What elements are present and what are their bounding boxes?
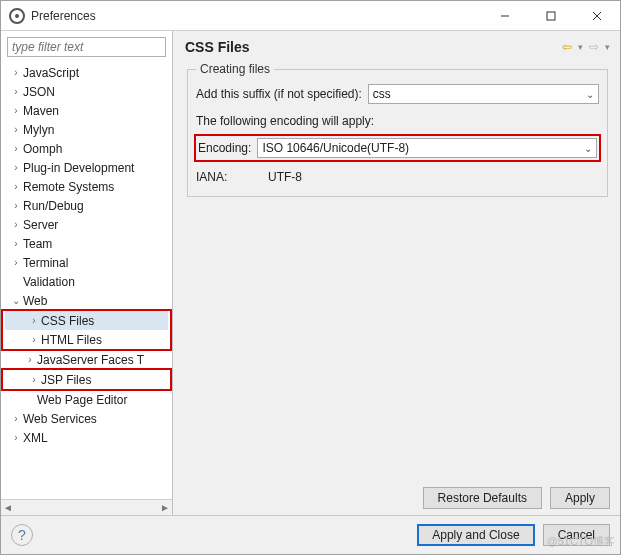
tree-item[interactable]: ›Web Services [1,409,172,428]
tree-item-label: Server [23,218,58,232]
chevron-right-icon: › [27,315,41,326]
chevron-down-icon[interactable]: ▾ [578,42,583,52]
tree-item[interactable]: ›JavaScript [1,63,172,82]
chevron-right-icon: › [9,86,23,97]
apply-button[interactable]: Apply [550,487,610,509]
help-button[interactable]: ? [11,524,33,546]
sidebar: ›JavaScript›JSON›Maven›Mylyn›Oomph›Plug-… [1,31,173,515]
chevron-right-icon: › [9,238,23,249]
tree-item[interactable]: ›Remote Systems [1,177,172,196]
chevron-right-icon: › [23,354,37,365]
nav-back-icon[interactable]: ⇦ [562,40,572,54]
nav-forward-icon[interactable]: ⇨ [589,40,599,54]
chevron-right-icon: › [9,413,23,424]
window-title: Preferences [31,9,482,23]
close-button[interactable] [574,1,620,30]
tree-item-label: JSON [23,85,55,99]
restore-defaults-button[interactable]: Restore Defaults [423,487,542,509]
watermark: @51CTO博客 [547,534,615,549]
encoding-highlight: Encoding: ISO 10646/Unicode(UTF-8) ⌄ [194,134,601,162]
tree-item-label: Validation [23,275,75,289]
tree-item[interactable]: ›XML [1,428,172,447]
tree-item-label: Plug-in Development [23,161,134,175]
tree-item[interactable]: ›Oomph [1,139,172,158]
tree-item-label: XML [23,431,48,445]
tree-highlight: ›CSS Files›HTML Files [1,309,172,351]
suffix-value: css [373,87,391,101]
encoding-select[interactable]: ISO 10646/Unicode(UTF-8) ⌄ [257,138,597,158]
apply-and-close-button[interactable]: Apply and Close [417,524,534,546]
chevron-right-icon: › [9,124,23,135]
content-pane: CSS Files ⇦▾ ⇨▾ Creating files Add this … [173,31,620,515]
chevron-right-icon: › [9,432,23,443]
minimize-button[interactable] [482,1,528,30]
filter-box [7,37,166,57]
suffix-label: Add this suffix (if not specified): [196,87,362,101]
tree-item-label: Team [23,237,52,251]
tree-item-label: Web Services [23,412,97,426]
chevron-right-icon: › [9,162,23,173]
tree-item[interactable]: ⌄Web [1,291,172,310]
tree-item-label: Remote Systems [23,180,114,194]
tree-item[interactable]: ›JSON [1,82,172,101]
chevron-down-icon: ⌄ [9,295,23,306]
chevron-right-icon: › [27,374,41,385]
tree-item[interactable]: ›Maven [1,101,172,120]
tree-item-label: Maven [23,104,59,118]
chevron-right-icon: › [9,200,23,211]
encoding-note: The following encoding will apply: [196,114,374,128]
chevron-right-icon: › [9,143,23,154]
group-label: Creating files [196,62,274,76]
tree-item-label: Run/Debug [23,199,84,213]
chevron-down-icon[interactable]: ▾ [605,42,610,52]
tree-item-label: JSP Files [41,373,91,387]
tree-scrollbar[interactable]: ◄► [1,499,172,515]
tree-item[interactable]: ›JavaServer Faces T [1,350,172,369]
tree-item-label: JavaScript [23,66,79,80]
tree-item[interactable]: Validation [1,272,172,291]
tree-item-label: Terminal [23,256,68,270]
chevron-right-icon: › [9,219,23,230]
tree-item-label: JavaServer Faces T [37,353,144,367]
encoding-label: Encoding: [198,141,251,155]
tree-item[interactable]: ›Mylyn [1,120,172,139]
tree-item-label: Web Page Editor [37,393,128,407]
preferences-tree[interactable]: ›JavaScript›JSON›Maven›Mylyn›Oomph›Plug-… [1,61,172,499]
chevron-right-icon: › [9,181,23,192]
chevron-down-icon: ⌄ [586,89,594,100]
svg-rect-1 [547,12,555,20]
tree-item[interactable]: ›Run/Debug [1,196,172,215]
tree-item-label: CSS Files [41,314,94,328]
page-title: CSS Files [185,39,250,55]
title-bar: Preferences [1,1,620,31]
suffix-select[interactable]: css ⌄ [368,84,599,104]
encoding-value: ISO 10646/Unicode(UTF-8) [262,141,409,155]
tree-item[interactable]: ›Plug-in Development [1,158,172,177]
tree-item-label: Mylyn [23,123,54,137]
chevron-right-icon: › [9,67,23,78]
creating-files-group: Creating files Add this suffix (if not s… [187,69,608,197]
tree-item[interactable]: ›HTML Files [5,330,168,349]
tree-item[interactable]: ›Terminal [1,253,172,272]
tree-item[interactable]: ›Server [1,215,172,234]
tree-item[interactable]: ›Team [1,234,172,253]
iana-label: IANA: [196,170,268,184]
iana-value: UTF-8 [268,170,302,184]
tree-item-label: Web [23,294,47,308]
tree-item[interactable]: ›JSP Files [5,370,168,389]
tree-item[interactable]: Web Page Editor [1,390,172,409]
chevron-down-icon: ⌄ [584,143,592,154]
chevron-right-icon: › [9,105,23,116]
tree-highlight: ›JSP Files [1,368,172,391]
maximize-button[interactable] [528,1,574,30]
tree-item[interactable]: ›CSS Files [5,311,168,330]
chevron-right-icon: › [27,334,41,345]
tree-item-label: Oomph [23,142,62,156]
chevron-right-icon: › [9,257,23,268]
app-icon [9,8,25,24]
tree-item-label: HTML Files [41,333,102,347]
filter-input[interactable] [7,37,166,57]
